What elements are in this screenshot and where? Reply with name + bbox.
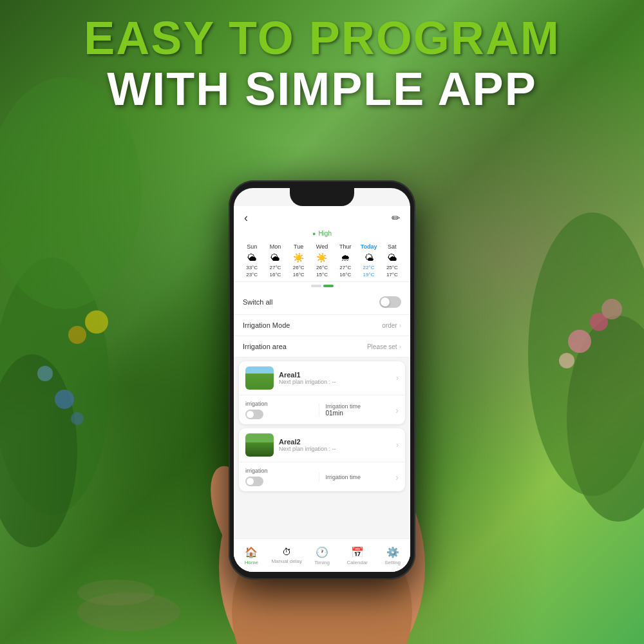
area-2-thumbnail	[245, 433, 274, 457]
area-2-footer: irrigation Irrigation time ›	[239, 462, 405, 491]
svg-point-4	[71, 412, 84, 425]
weather-icons-row: 🌥 🌥 ☀️ ☀️ 🌧 🌤 🌥	[240, 252, 404, 263]
area-1-chevron: ›	[396, 374, 399, 383]
svg-point-6	[68, 326, 86, 344]
low-sat: 17°C	[381, 272, 404, 278]
area-2-time-label: Irrigation time	[326, 474, 361, 480]
area-1-header[interactable]: Areal1 Next plan irrigation : -- ›	[239, 361, 405, 395]
low-tue: 16°C	[287, 272, 310, 278]
header-line2: WITH SIMPLE APP	[0, 64, 644, 115]
phone-hand-container: ‹ ✏ ● High Sun Mon Tue Wed	[200, 161, 444, 644]
nav-calendar-label: Calendar	[347, 560, 368, 565]
area-1-subtitle: Next plan irrigation : --	[279, 379, 396, 385]
area-2-toggle[interactable]	[245, 477, 263, 486]
area-1-time-label: Irrigation time	[326, 403, 361, 410]
area-1-time-section[interactable]: Irrigation time 01min ›	[319, 403, 399, 417]
top-bar: ‹ ✏	[234, 206, 410, 227]
weather-highs-row: 33°C 27°C 26°C 26°C 27°C 22°C 25°C	[240, 265, 404, 270]
area-1-time-info: Irrigation time 01min	[326, 403, 361, 417]
swipe-indicator	[234, 282, 410, 290]
area-1-info: Areal1 Next plan irrigation : --	[279, 371, 396, 385]
weather-icon-today: 🌤	[357, 252, 380, 263]
svg-point-15	[77, 580, 155, 605]
weather-icon-mon: 🌥	[263, 252, 287, 263]
calendar-icon: 📅	[351, 546, 364, 558]
area-1-toggle-knob	[247, 411, 254, 418]
area-2-time-section[interactable]: Irrigation time ›	[319, 472, 399, 482]
area-2-info: Areal2 Next plan irrigation : --	[279, 438, 396, 452]
low-mon: 16°C	[263, 272, 287, 278]
svg-point-9	[568, 330, 591, 353]
notch	[290, 188, 354, 206]
bottom-nav: 🏠 Home ⏱ Manual delay 🕐 Timing 📅 Calenda…	[234, 538, 410, 572]
area-1-footer: irrigation Irrigation time 01min ›	[239, 395, 405, 424]
nav-setting[interactable]: ⚙️ Setting	[375, 539, 410, 572]
switch-all-label: Switch all	[243, 298, 272, 306]
area-2-time-chevron: ›	[395, 472, 399, 482]
area-2-subtitle: Next plan irrigation : --	[279, 446, 396, 452]
chevron-right-icon-2: ›	[399, 343, 401, 350]
area-1-name: Areal1	[279, 371, 396, 379]
area-card-1[interactable]: Areal1 Next plan irrigation : -- › irrig…	[239, 361, 405, 424]
weather-lows-row: 23°C 16°C 16°C 15°C 16°C 19°C 17°C	[240, 272, 404, 278]
phone-screen: ‹ ✏ ● High Sun Mon Tue Wed	[234, 188, 410, 572]
nav-manual-delay[interactable]: ⏱ Manual delay	[269, 539, 305, 572]
toggle-knob	[381, 298, 390, 307]
irrigation-area-label: Irrigation area	[243, 343, 287, 350]
irrigation-mode-row[interactable]: Irrigation Mode order ›	[234, 315, 410, 336]
area-2-name: Areal2	[279, 438, 396, 446]
weather-icon-sun: 🌥	[240, 252, 263, 263]
high-thur: 27°C	[334, 265, 357, 270]
day-sat: Sat	[381, 243, 404, 250]
header-line1: EASY TO PROGRAM	[0, 13, 644, 64]
weather-icon-tue: ☀️	[287, 252, 310, 263]
low-today: 19°C	[357, 272, 380, 278]
weather-icon-sat: 🌥	[381, 252, 404, 263]
weather-icon-thur: 🌧	[334, 252, 357, 263]
irrigation-area-value: Please set ›	[367, 343, 401, 350]
switch-all-toggle[interactable]	[379, 296, 401, 308]
irrigation-area-row[interactable]: Irrigation area Please set ›	[234, 336, 410, 357]
edit-button[interactable]: ✏	[392, 212, 400, 224]
area-card-2[interactable]: Areal2 Next plan irrigation : -- › irrig…	[239, 428, 405, 491]
high-sun: 33°C	[240, 265, 263, 270]
day-mon: Mon	[263, 243, 287, 250]
weather-section: Sun Mon Tue Wed Thur Today Sat 🌥 🌥 ☀️ ☀️…	[234, 240, 410, 282]
manual-delay-icon: ⏱	[282, 547, 291, 557]
nav-home[interactable]: 🏠 Home	[234, 539, 269, 572]
timing-icon: 🕐	[316, 546, 328, 558]
nav-calendar[interactable]: 📅 Calendar	[339, 539, 375, 572]
svg-point-11	[559, 353, 574, 368]
nav-home-label: Home	[245, 560, 258, 565]
high-mon: 27°C	[263, 265, 287, 270]
day-thur: Thur	[334, 243, 357, 250]
swipe-dot-1	[311, 285, 321, 287]
back-button[interactable]: ‹	[244, 211, 248, 225]
area-1-time-chevron: ›	[395, 405, 399, 415]
weather-icon-wed: ☀️	[310, 252, 334, 263]
area-2-header[interactable]: Areal2 Next plan irrigation : -- ›	[239, 428, 405, 462]
header-section: EASY TO PROGRAM WITH SIMPLE APP	[0, 13, 644, 115]
day-today: Today	[357, 243, 380, 250]
area-1-thumbnail	[245, 366, 274, 390]
svg-point-3	[37, 366, 53, 381]
svg-point-5	[85, 310, 108, 334]
area-1-irrigation-toggle[interactable]: irrigation	[245, 401, 319, 419]
nav-timing[interactable]: 🕐 Timing	[305, 539, 340, 572]
screen-content: ‹ ✏ ● High Sun Mon Tue Wed	[234, 206, 410, 572]
high-tue: 26°C	[287, 265, 310, 270]
day-sun: Sun	[240, 243, 263, 250]
switch-all-row[interactable]: Switch all	[234, 290, 410, 315]
area-2-irrigation-toggle[interactable]: irrigation	[245, 468, 319, 486]
area-2-toggle-knob	[247, 478, 254, 485]
area-2-irr-label: irrigation	[245, 468, 319, 474]
area-1-toggle[interactable]	[245, 410, 263, 419]
area-2-chevron: ›	[396, 440, 399, 450]
nav-setting-label: Setting	[384, 560, 401, 565]
nav-timing-label: Timing	[314, 560, 330, 565]
svg-point-12	[601, 299, 622, 319]
low-wed: 15°C	[310, 272, 334, 278]
phone: ‹ ✏ ● High Sun Mon Tue Wed	[229, 180, 415, 580]
high-sat: 25°C	[381, 265, 404, 270]
area-1-irr-label: irrigation	[245, 401, 319, 407]
